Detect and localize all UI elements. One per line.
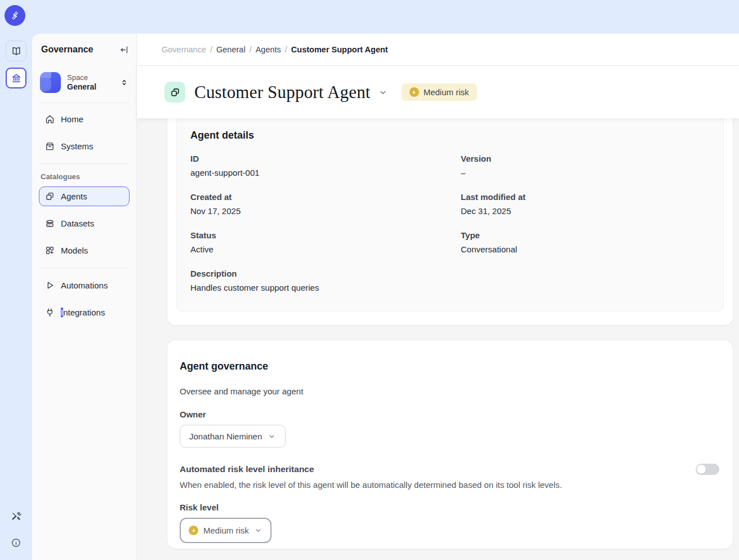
field-status: Status Active — [190, 230, 461, 254]
systems-icon — [44, 141, 55, 152]
catalogues-section-label: Catalogues — [41, 172, 130, 181]
models-icon — [44, 245, 55, 256]
sidebar-item-datasets[interactable]: Datasets — [39, 214, 130, 233]
collapse-sidebar-button[interactable] — [119, 45, 129, 55]
sidebar-nav: Home Systems Catalogues — [32, 103, 136, 330]
app-shell: Governance Space General — [32, 34, 739, 560]
risk-level-select[interactable]: Medium risk — [180, 518, 271, 543]
sidebar-header: Governance — [32, 34, 136, 65]
breadcrumb-separator: / — [285, 45, 287, 54]
agent-details-card: Agent details ID agent-support-001 Versi… — [167, 118, 733, 326]
info-button[interactable] — [7, 534, 25, 552]
automations-icon — [44, 280, 55, 291]
space-value: General — [67, 82, 114, 92]
sidebar-item-automations[interactable]: Automations — [39, 275, 130, 295]
field-version: Version – — [461, 154, 710, 177]
governance-rail-button[interactable] — [6, 68, 26, 88]
owner-row: Jonathan Nieminen — [180, 425, 719, 448]
lightning-circle-icon — [409, 87, 419, 97]
field-last-modified: Last modified at Dec 31, 2025 — [461, 192, 710, 216]
agent-type-icon — [164, 82, 185, 103]
page-title: Customer Support Agent — [194, 82, 371, 103]
chevron-down-icon — [254, 526, 262, 535]
sidebar-item-label: Datasets — [61, 219, 94, 228]
agent-details-grid: ID agent-support-001 Version – Created a… — [190, 154, 710, 307]
agent-governance-card: Agent governance Oversee and manage your… — [167, 340, 733, 549]
sidebar-item-agents[interactable]: Agents — [39, 186, 130, 206]
info-icon — [11, 537, 21, 548]
agent-governance-subtitle: Oversee and manage your agent — [180, 386, 719, 396]
book-icon — [11, 46, 22, 57]
owner-select[interactable]: Jonathan Nieminen — [180, 425, 286, 448]
risk-inheritance-row: Automated risk level inheritance — [180, 464, 719, 475]
sidebar-item-label: Systems — [61, 141, 94, 151]
sidebar-title: Governance — [41, 45, 93, 55]
app-logo-button[interactable] — [5, 5, 25, 26]
agents-icon — [44, 191, 55, 202]
sidebar-item-label: Agents — [61, 192, 87, 201]
field-description: Description Handles customer support que… — [190, 269, 710, 292]
tools-button[interactable] — [7, 507, 25, 526]
sidebar-item-integrations[interactable]: Integrations — [39, 303, 130, 322]
docs-rail-button[interactable] — [6, 41, 26, 61]
sidebar-item-label: Models — [61, 246, 88, 255]
lightning-circle-icon — [189, 526, 198, 535]
sidebar-item-systems[interactable]: Systems — [39, 136, 130, 156]
sidebar-divider — [39, 268, 130, 268]
logo-squiggle-icon — [9, 10, 21, 21]
sidebar-divider — [39, 163, 130, 164]
risk-level-label: Risk level — [180, 503, 719, 512]
risk-badge: Medium risk — [402, 83, 477, 101]
sidebar-item-label: Integrations — [61, 308, 105, 317]
chevron-down-icon — [268, 432, 276, 441]
icon-rail — [0, 34, 32, 560]
field-created-at: Created at Nov 17, 2025 — [190, 192, 461, 216]
tools-icon — [11, 511, 21, 522]
chevron-down-icon — [378, 87, 388, 97]
breadcrumb-current: Customer Support Agent — [291, 45, 388, 54]
main-area: Governance / General / Agents / Customer… — [137, 34, 739, 560]
toggle-knob — [697, 465, 706, 474]
field-id: ID agent-support-001 — [190, 154, 461, 177]
agent-details-title: Agent details — [190, 130, 710, 141]
bank-icon — [11, 73, 22, 84]
page-content: Agent details ID agent-support-001 Versi… — [137, 118, 739, 560]
collapse-panel-icon — [119, 45, 129, 55]
agent-details-panel: Agent details ID agent-support-001 Versi… — [176, 118, 724, 312]
sidebar-item-label: Home — [61, 114, 83, 124]
agent-governance-title: Agent governance — [180, 361, 719, 372]
risk-inheritance-toggle[interactable] — [696, 464, 719, 475]
breadcrumb-agents[interactable]: Agents — [256, 45, 281, 54]
breadcrumb-governance[interactable]: Governance — [162, 45, 206, 54]
space-selector[interactable]: Space General — [39, 70, 130, 95]
datasets-icon — [44, 218, 55, 229]
breadcrumb-separator: / — [250, 45, 252, 54]
home-icon — [44, 114, 55, 125]
breadcrumb-general[interactable]: General — [216, 45, 246, 54]
breadcrumb-separator: / — [210, 45, 212, 54]
unfold-chevrons-icon — [120, 78, 128, 87]
risk-level-value: Medium risk — [203, 526, 249, 535]
space-avatar — [40, 72, 61, 93]
owner-label: Owner — [180, 410, 719, 419]
owner-select-value: Jonathan Nieminen — [189, 432, 262, 441]
page-header: Customer Support Agent Medium risk — [137, 66, 739, 118]
card-gap — [167, 326, 733, 340]
risk-inheritance-label: Automated risk level inheritance — [180, 464, 314, 474]
sidebar-item-home[interactable]: Home — [39, 109, 130, 129]
sidebar-item-label: Automations — [61, 281, 108, 290]
space-label: Space — [67, 73, 114, 82]
plug-icon — [44, 307, 55, 318]
field-type: Type Conversational — [461, 230, 710, 254]
title-dropdown-button[interactable] — [378, 87, 388, 97]
sidebar-item-models[interactable]: Models — [39, 241, 130, 260]
breadcrumb: Governance / General / Agents / Customer… — [137, 34, 739, 66]
risk-inheritance-description: When enabled, the risk level of this age… — [180, 480, 719, 490]
sidebar: Governance Space General — [32, 34, 137, 560]
risk-badge-label: Medium risk — [424, 87, 469, 97]
